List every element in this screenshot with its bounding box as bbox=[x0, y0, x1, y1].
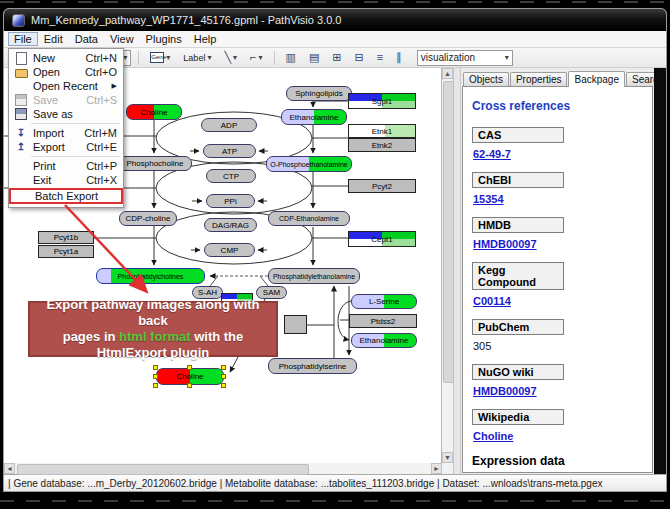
new-label-button[interactable]: Label ▾ bbox=[179, 50, 215, 66]
selection-handle[interactable] bbox=[153, 365, 158, 370]
screen-edge-top bbox=[0, 1, 670, 3]
xref-value: 305 bbox=[473, 340, 643, 352]
shape-tool-icon: ⌐ bbox=[250, 52, 256, 63]
xref-link[interactable]: 62-49-7 bbox=[473, 148, 511, 160]
node-ethanolamine-2[interactable]: Ethanolamine bbox=[351, 333, 417, 348]
node-sgpl1[interactable]: Sgpl1 bbox=[348, 93, 416, 109]
scroll-down-icon[interactable]: ▼ bbox=[442, 452, 453, 463]
menu-item-new[interactable]: NewCtrl+N bbox=[9, 51, 123, 65]
distribute-vertical-button[interactable]: ⊟ bbox=[351, 50, 368, 66]
menu-item-import[interactable]: ↧ ImportCtrl+M bbox=[9, 126, 123, 140]
node-pcyt1b[interactable]: Pcyt1b bbox=[38, 231, 94, 244]
common-height-button[interactable]: ∥ bbox=[392, 50, 406, 66]
xref-link[interactable]: C00114 bbox=[473, 295, 511, 307]
selection-handle[interactable] bbox=[153, 383, 158, 388]
scroll-left-icon[interactable]: ◄ bbox=[4, 463, 15, 474]
selection-handle[interactable] bbox=[221, 374, 226, 379]
node-ethanolamine[interactable]: Ethanolamine bbox=[281, 109, 347, 125]
node-o-phosphoethanolamine[interactable]: O-Phosphoethanolamine bbox=[266, 156, 352, 172]
xref-link[interactable]: 15354 bbox=[473, 193, 504, 205]
common-width-button[interactable]: ≡ bbox=[373, 50, 387, 66]
new-file-icon bbox=[16, 52, 27, 65]
node-pcyt2[interactable]: Pcyt2 bbox=[348, 179, 416, 193]
common-width-icon: ≡ bbox=[377, 52, 383, 63]
export-icon: ↥ bbox=[17, 142, 25, 152]
selection-handle[interactable] bbox=[153, 374, 158, 379]
toolbar-separator bbox=[274, 51, 275, 65]
menu-view[interactable]: View bbox=[104, 32, 140, 46]
node-sphingolipids[interactable]: Sphingolipids bbox=[286, 86, 352, 101]
node-etnk1[interactable]: Etnk1 bbox=[348, 124, 416, 138]
node-gray-box-hidden[interactable] bbox=[284, 315, 307, 334]
node-atp[interactable]: ATP bbox=[203, 144, 256, 158]
menu-item-exit[interactable]: ExitCtrl+X bbox=[9, 173, 123, 187]
menu-item-batch-export[interactable]: Batch Export bbox=[9, 188, 123, 204]
new-line-button[interactable]: ╲ ▾ bbox=[220, 50, 241, 66]
menu-data[interactable]: Data bbox=[69, 32, 104, 46]
node-cdp-ethanolamine[interactable]: CDP-Ethanolamine bbox=[268, 211, 350, 226]
xref-link[interactable]: HMDB00097 bbox=[473, 385, 537, 397]
vertical-scrollbar[interactable]: ▲ ▼ bbox=[442, 68, 453, 463]
chevron-down-icon: ▾ bbox=[207, 53, 211, 62]
screen-edge-bottom bbox=[0, 500, 670, 502]
menu-file[interactable]: File bbox=[8, 32, 38, 46]
node-cmp[interactable]: CMP bbox=[204, 243, 255, 257]
selection-handle[interactable] bbox=[221, 383, 226, 388]
node-phosphocholine[interactable]: Phosphocholine bbox=[118, 156, 192, 171]
callout-annotation: Export pathway images along with back pa… bbox=[28, 301, 278, 357]
node-choline[interactable]: Choline bbox=[126, 104, 182, 120]
new-gene-product-button[interactable]: Gene ▾ bbox=[146, 50, 174, 66]
chevron-down-icon: ▾ bbox=[166, 53, 170, 62]
menu-item-save[interactable]: SaveCtrl+S bbox=[9, 93, 123, 107]
xref-link[interactable]: Choline bbox=[473, 430, 513, 442]
horizontal-scrollbar[interactable]: ◄ ► bbox=[4, 463, 442, 474]
expression-data-heading: Expression data bbox=[472, 454, 643, 468]
distribute-vertical-icon: ⊟ bbox=[355, 52, 364, 63]
tab-objects[interactable]: Objects bbox=[463, 72, 509, 86]
vertical-scroll-thumb[interactable] bbox=[443, 81, 454, 383]
menu-plugins[interactable]: Plugins bbox=[140, 32, 188, 46]
node-phosphatidylcholines[interactable]: Phosphatidylcholines bbox=[96, 268, 205, 284]
status-bar: | Gene database: ...m_Derby_20120602.bri… bbox=[4, 474, 666, 491]
node-etnk2[interactable]: Etnk2 bbox=[348, 138, 416, 152]
align-center-vertical-button[interactable]: ▤ bbox=[305, 50, 323, 66]
tab-backpage[interactable]: Backpage bbox=[568, 71, 624, 87]
menu-item-print[interactable]: PrintCtrl+P bbox=[9, 159, 123, 173]
menu-help[interactable]: Help bbox=[188, 32, 223, 46]
node-ppi[interactable]: PPi bbox=[206, 194, 255, 208]
menu-item-save-as[interactable]: Save as bbox=[9, 107, 123, 121]
node-phosphatidylserine[interactable]: Phosphatidylserine bbox=[268, 358, 357, 374]
menu-edit[interactable]: Edit bbox=[38, 32, 69, 46]
node-cdp-choline[interactable]: CDP-choline bbox=[119, 211, 177, 226]
visualization-combobox[interactable]: visualization ▾ bbox=[417, 50, 513, 66]
node-pcyt1a[interactable]: Pcyt1a bbox=[38, 245, 94, 258]
menu-item-open-recent[interactable]: Open Recent▶ bbox=[9, 79, 123, 93]
tab-properties[interactable]: Properties bbox=[510, 72, 568, 86]
panel-splitter[interactable] bbox=[453, 68, 461, 474]
scroll-up-icon[interactable]: ▲ bbox=[442, 68, 453, 79]
node-adp[interactable]: ADP bbox=[201, 118, 257, 132]
distribute-horizontal-button[interactable]: ⊞ bbox=[328, 50, 345, 66]
node-ctp[interactable]: CTP bbox=[206, 169, 256, 183]
scrollbar-corner bbox=[442, 463, 453, 474]
align-center-horizontal-button[interactable]: ▥ bbox=[282, 50, 300, 66]
selection-handle[interactable] bbox=[187, 365, 192, 370]
selection-handle[interactable] bbox=[221, 365, 226, 370]
horizontal-scroll-thumb[interactable] bbox=[17, 464, 309, 475]
node-dag-rag[interactable]: DAG/RAG bbox=[204, 218, 257, 232]
node-cept1[interactable]: Cept1 bbox=[348, 231, 416, 247]
xref-link[interactable]: HMDB00097 bbox=[473, 238, 537, 250]
menu-item-open[interactable]: OpenCtrl+O bbox=[9, 65, 123, 79]
app-icon bbox=[12, 14, 25, 27]
node-phosphatidylethanolamine[interactable]: Phosphatidylethanolamine bbox=[268, 268, 360, 284]
menu-item-export[interactable]: ↥ ExportCtrl+E bbox=[9, 140, 123, 154]
save-floppy-icon bbox=[15, 94, 27, 106]
selection-handle[interactable] bbox=[187, 383, 192, 388]
new-shape-button[interactable]: ⌐ ▾ bbox=[246, 50, 266, 66]
xref-header: PubChem bbox=[472, 319, 564, 335]
node-ptdss2[interactable]: Ptdss2 bbox=[349, 314, 417, 328]
scroll-right-icon[interactable]: ► bbox=[431, 463, 442, 474]
node-l-serine[interactable]: L-Serine bbox=[351, 294, 417, 309]
title-bar[interactable]: Mm_Kennedy_pathway_WP1771_45176.gpml - P… bbox=[4, 9, 666, 31]
distribute-horizontal-icon: ⊞ bbox=[332, 52, 341, 63]
